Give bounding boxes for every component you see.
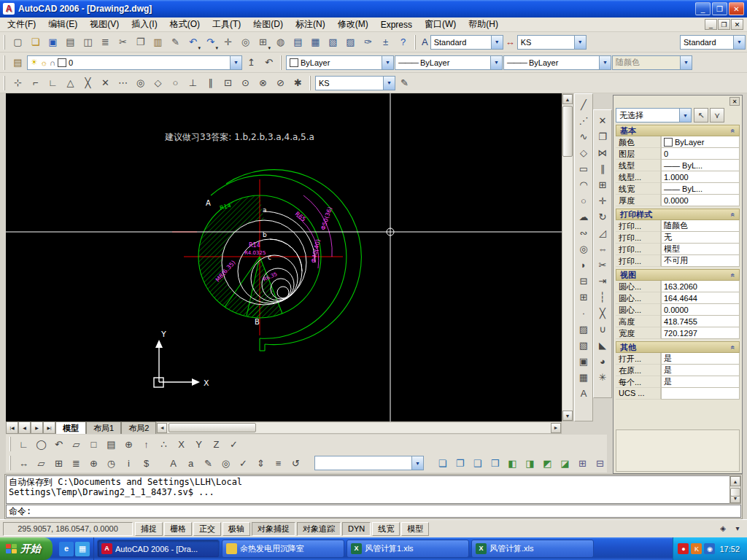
tool-8-button[interactable]: ◪ [557,455,573,472]
collapse-chevron-icon[interactable]: « [729,345,738,349]
ucs-object-button[interactable]: □ [85,436,102,453]
table-style-combo[interactable]: Standard ▼ [680,35,746,50]
time-button[interactable]: ◷ [103,455,120,472]
arc-button[interactable]: ◠ [576,176,592,192]
ucs-z-button[interactable]: Z [208,436,225,453]
bottom-style-combo[interactable]: ▼ [314,456,424,470]
layer-combo[interactable]: ☀ ☼ ∩ 0 ▼ [27,55,242,70]
offset-button[interactable]: ∥ [595,160,611,176]
scrollbar-track[interactable] [562,104,573,411]
combo-arrow-icon[interactable]: ▼ [574,36,586,49]
match-properties-button[interactable]: ✎ [167,34,184,50]
zoom-previous-button[interactable]: ◍ [272,34,289,50]
snap-center-button[interactable]: ◎ [132,74,149,91]
break-at-point-button[interactable]: ┆ [595,289,611,305]
dim-style-combo[interactable]: KS ▼ [517,35,587,50]
scrollbar-thumb[interactable] [169,423,256,432]
point-button[interactable]: ∙ [576,305,592,321]
justify-text-button[interactable]: ≡ [270,455,287,472]
collapse-chevron-icon[interactable]: « [729,128,738,133]
toolbar-grip[interactable] [4,55,7,70]
ellipse-button[interactable]: ◎ [576,241,592,257]
revision-cloud-button[interactable]: ☁ [576,209,592,225]
ucs-x-button[interactable]: X [173,436,190,453]
property-value[interactable]: 是 [661,365,740,376]
status-button[interactable]: i [120,455,137,472]
collapse-chevron-icon[interactable]: « [729,212,738,217]
zoom-realtime-button[interactable]: ◎ [237,34,254,50]
id-point-button[interactable]: ⊕ [85,455,102,472]
tool-9-button[interactable]: ⊞ [574,455,591,472]
vertical-scrollbar[interactable]: ▲ ▼ [562,93,573,421]
paste-button[interactable]: ▥ [150,34,166,50]
property-value[interactable]: 模型 [661,244,740,255]
designcenter-button[interactable]: ▦ [307,34,324,50]
palette-close-button[interactable]: ✕ [729,97,740,106]
ucs-3point-button[interactable]: ∴ [155,436,172,453]
toggle-pickadd-button[interactable]: ↖ [694,108,708,122]
combo-arrow-icon[interactable]: ▼ [491,36,503,49]
mass-properties-button[interactable]: ⊞ [50,455,67,472]
scroll-up-icon[interactable]: ▲ [562,94,573,104]
snap-tracking-button[interactable]: ⊹ [9,74,26,91]
minimize-button[interactable]: _ [695,2,711,15]
menu-format[interactable]: 格式(O) [164,17,206,32]
plot-preview-button[interactable]: ◫ [80,34,96,50]
combo-arrow-icon[interactable]: ▼ [599,56,611,69]
combo-arrow-icon[interactable]: ▼ [679,109,691,122]
ucs-zaxis-button[interactable]: ↑ [138,436,155,453]
property-value[interactable]: 是 [661,353,740,365]
mtext-button[interactable]: A [165,455,182,472]
region-button[interactable]: ▣ [576,353,592,369]
selection-combo[interactable]: 无选择 ▼ [616,108,692,122]
make-object-layer-current-button[interactable]: ↥ [243,54,260,71]
next-layout-button[interactable]: ▶ [31,421,43,434]
status-menu-button[interactable]: ▾ [731,522,744,535]
task-button-excel1[interactable]: X 风管计算1.xls [347,540,469,558]
property-value[interactable]: 163.2060 [661,281,740,292]
menu-insert[interactable]: 插入(I) [125,17,163,32]
tool-5-button[interactable]: ◧ [504,455,521,472]
ucs-face-button[interactable]: ▱ [68,436,85,453]
copy-object-button[interactable]: ❐ [595,128,611,144]
menu-file[interactable]: 文件(F) [1,17,42,32]
single-line-text-button[interactable]: a [182,455,199,472]
setvar-button[interactable]: $ [138,455,155,472]
drawing-canvas[interactable]: 建议做习33答案: 1.b,2.b,3.a,4.a,5.aAabcBR14R14… [6,93,562,421]
maximize-button[interactable]: ❐ [712,2,727,15]
toolbar-grip[interactable] [414,35,417,50]
scroll-down-icon[interactable]: ▼ [562,411,573,421]
property-value[interactable]: 不可用 [661,255,740,267]
internet-explorer-button[interactable]: e [59,542,74,556]
property-value[interactable]: —— ByL... [661,160,740,171]
find-text-button[interactable]: ◎ [217,455,234,472]
color-combo[interactable]: ByLayer ▼ [286,55,394,70]
pan-button[interactable]: ✛ [220,34,236,50]
task-button-autocad[interactable]: A AutoCAD 2006 - [Dra... [97,540,220,558]
sheet-set-manager-button[interactable]: ▨ [342,34,359,50]
tray-k-icon[interactable]: K [691,543,702,554]
property-value[interactable]: 随颜色 [661,220,740,232]
coordinate-display[interactable]: 295.9057, 186.0547, 0.0000 [3,522,133,536]
multiline-text-button[interactable]: A [576,385,592,401]
property-value[interactable]: 720.1297 [661,327,740,339]
snap-extension-button[interactable]: ⋯ [115,74,131,91]
menu-edit[interactable]: 编辑(E) [42,17,83,32]
toolbar-grip[interactable] [9,456,12,470]
insert-block-button[interactable]: ⊟ [576,273,592,289]
osnap-settings-button[interactable]: ✱ [290,74,306,91]
command-scrollbar[interactable]: ▲ ▼ [729,475,741,504]
toolbar-grip[interactable] [4,35,7,50]
toolbar-grip[interactable] [4,76,7,90]
draworder-send-to-back-button[interactable]: ❐ [452,455,468,472]
horizontal-scrollbar[interactable]: ◄ ► [156,421,562,434]
construction-line-button[interactable]: ⋰ [576,112,592,128]
zoom-window-button[interactable]: ⊞ ▾ [255,34,271,50]
properties-button[interactable]: ▤ [290,34,306,50]
snap-midpoint-button[interactable]: △ [62,74,79,91]
menu-dimension[interactable]: 标注(N) [290,17,331,32]
toggle-grid[interactable]: 栅格 [164,522,192,536]
polygon-button[interactable]: ◇ [576,144,592,160]
drawing-area[interactable]: 建议做习33答案: 1.b,2.b,3.a,4.a,5.aAabcBR14R14… [6,93,562,421]
fillet-button[interactable]: ◕ [595,353,611,369]
